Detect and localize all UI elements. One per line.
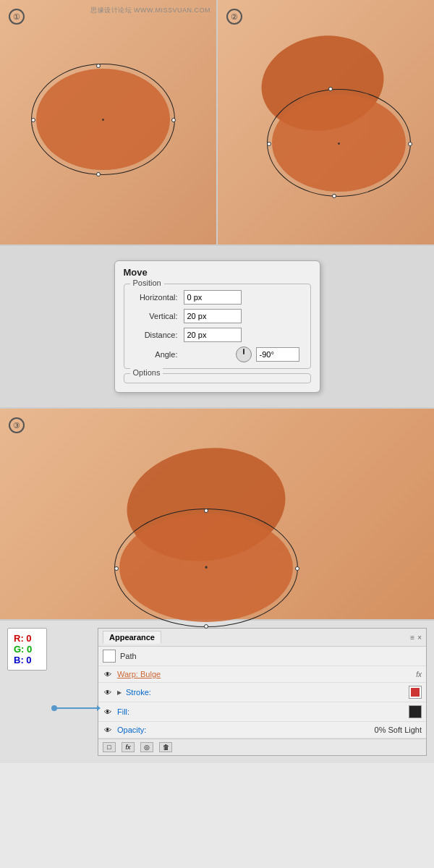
clear-icon[interactable]: ◎	[140, 742, 153, 752]
step-number-1: ①	[9, 9, 25, 25]
anchor2-right	[408, 142, 412, 146]
stroke-color-thumb[interactable]	[409, 686, 422, 699]
opacity-label[interactable]: Opacity:	[117, 726, 370, 734]
connector-container	[54, 693, 90, 709]
stroke-label[interactable]: Stroke:	[126, 688, 404, 697]
anchor-left	[31, 118, 35, 122]
delete-icon[interactable]: 🗑	[159, 742, 172, 752]
opacity-row: 👁 Opacity: 0% Soft Light	[98, 722, 426, 739]
opacity-value: 0% Soft Light	[375, 726, 422, 734]
stroke-expand-icon[interactable]: ▶	[117, 689, 122, 696]
angle-input[interactable]	[256, 347, 299, 362]
path-row: Path	[98, 647, 426, 666]
ellipse-1	[36, 69, 170, 170]
horizontal-row: Horizontal:	[132, 290, 303, 305]
canvas-panel-2: ②	[218, 0, 434, 244]
panel-menu-icon[interactable]: ≡	[410, 634, 414, 642]
anchor3-right	[295, 566, 299, 571]
path-label: Path	[120, 652, 422, 660]
warp-visibility-icon[interactable]: 👁	[103, 669, 113, 679]
dialog-title: Move	[124, 267, 311, 278]
fill-color-thumb[interactable]	[409, 705, 422, 718]
fill-row: 👁 Fill:	[98, 702, 426, 722]
position-label: Position	[130, 278, 164, 287]
stroke-visibility-icon[interactable]: 👁	[103, 687, 113, 697]
options-label: Options	[130, 368, 163, 377]
angle-row: Angle:	[132, 346, 303, 362]
canvas-panel-3: ③	[0, 407, 434, 621]
anchor3-top	[204, 509, 208, 513]
anchor-bottom	[96, 172, 101, 176]
fx-badge: fx	[416, 671, 422, 678]
ap-header-icons: ≡ ×	[410, 634, 422, 642]
ap-tabs: Appearance	[103, 631, 164, 644]
anchor-right	[171, 118, 176, 122]
connector-dot	[51, 705, 57, 711]
vertical-label: Vertical:	[132, 312, 184, 320]
stroke-row: 👁 ▶ Stroke:	[98, 683, 426, 702]
rgb-box: R: 0 G: 0 B: 0	[7, 628, 47, 671]
rgb-g-value: G: 0	[14, 644, 41, 655]
rgb-b-value: B: 0	[14, 655, 41, 665]
ap-header: Appearance ≡ ×	[98, 629, 426, 647]
vertical-row: Vertical:	[132, 309, 303, 323]
watermark-1: 思缘设计论坛 WWW.MISSVUAN.COM	[90, 6, 210, 15]
horizontal-input[interactable]	[184, 290, 242, 305]
anchor2-bottom	[332, 194, 336, 198]
appearance-panel: Appearance ≡ × Path 👁 Warp: Bulge fx 👁 ▶…	[98, 628, 427, 756]
anchor2-left	[267, 142, 271, 146]
step-number-3: ③	[9, 417, 25, 433]
ellipse-3-bottom	[119, 514, 293, 622]
top-panels: ① 思缘设计论坛 WWW.MISSVUAN.COM ②	[0, 0, 434, 246]
panel-close-icon[interactable]: ×	[417, 634, 422, 642]
step-number-2: ②	[226, 9, 242, 25]
fill-visibility-icon[interactable]: 👁	[103, 707, 113, 717]
anchor3-bottom	[204, 624, 208, 629]
appearance-tab[interactable]: Appearance	[103, 631, 161, 644]
angle-label: Angle:	[132, 350, 184, 359]
arrow-connector	[54, 707, 98, 709]
path-thumb	[103, 650, 116, 663]
dialog-container: Move Position Horizontal: Vertical: Dist…	[0, 246, 434, 407]
vertical-input[interactable]	[184, 309, 242, 323]
rgb-r-value: R: 0	[14, 633, 41, 644]
angle-dial[interactable]	[236, 346, 252, 362]
anchor-top	[96, 64, 101, 68]
new-icon[interactable]: □	[103, 742, 116, 752]
distance-input[interactable]	[184, 328, 242, 342]
canvas-panel-1: ① 思缘设计论坛 WWW.MISSVUAN.COM	[0, 0, 218, 244]
distance-row: Distance:	[132, 328, 303, 342]
ap-footer: □ fx ◎ 🗑	[98, 739, 426, 755]
warp-label[interactable]: Warp: Bulge	[117, 670, 412, 678]
horizontal-label: Horizontal:	[132, 293, 184, 302]
anchor2-top	[328, 87, 333, 91]
fx-footer-icon[interactable]: fx	[122, 742, 135, 752]
position-section: Position Horizontal: Vertical: Distance:…	[124, 284, 311, 369]
options-section: Options	[124, 373, 311, 383]
appearance-section: R: 0 G: 0 B: 0 Appearance ≡ × Path 👁 War	[0, 621, 434, 763]
anchor3-left	[114, 566, 119, 571]
move-dialog: Move Position Horizontal: Vertical: Dist…	[114, 260, 320, 393]
warp-row: 👁 Warp: Bulge fx	[98, 666, 426, 683]
fill-label[interactable]: Fill:	[117, 707, 404, 716]
opacity-visibility-icon[interactable]: 👁	[103, 725, 113, 735]
distance-label: Distance:	[132, 331, 184, 339]
ellipse-2-bottom	[272, 94, 406, 192]
